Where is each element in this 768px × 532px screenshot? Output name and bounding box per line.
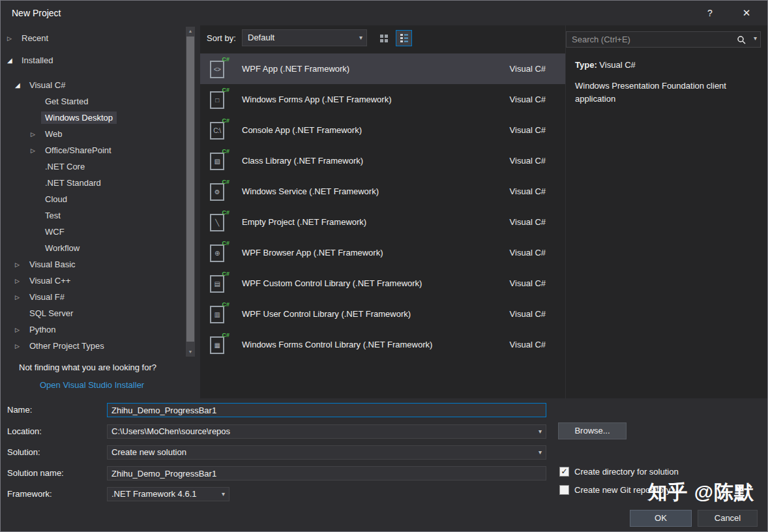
tree-arrow-icon[interactable]: ▷ (6, 35, 18, 42)
sidebar-item-visual-f-[interactable]: ▷ Visual F# (1, 289, 185, 305)
wpf-user-control-icon: ▥ C# (208, 303, 230, 325)
help-icon[interactable]: ? (700, 6, 720, 20)
tree-arrow-icon[interactable]: ▷ (14, 278, 25, 284)
tree-arrow-icon[interactable]: ▷ (14, 261, 25, 268)
checkbox-icon[interactable] (559, 467, 569, 477)
sidebar-scrollbar[interactable] (186, 27, 195, 357)
tree-arrow-icon[interactable]: ▷ (14, 343, 25, 349)
template-row[interactable]: ▤ C# WPF Custom Control Library (.NET Fr… (200, 268, 565, 299)
sidebar-item--net-standard[interactable]: .NET Standard (1, 175, 185, 191)
tree-item-label: Visual F# (25, 291, 68, 303)
tree-item-label: Office/SharePoint (41, 144, 115, 156)
sidebar-item-get-started[interactable]: Get Started (1, 93, 185, 110)
template-row[interactable]: ▥ C# WPF User Control Library (.NET Fram… (200, 299, 565, 329)
framework-label: Framework: (7, 487, 52, 501)
checkbox-icon[interactable] (559, 485, 569, 495)
sort-dropdown[interactable]: Default (242, 29, 367, 46)
template-row[interactable]: ⊕ C# WPF Browser App (.NET Framework) Vi… (200, 237, 565, 268)
type-label: Type: (575, 60, 597, 70)
template-language: Visual C# (510, 309, 546, 319)
search-options-chevron-icon[interactable] (754, 35, 757, 42)
template-name: Empty Project (.NET Framework) (242, 217, 510, 227)
tree-item-label: Recent (18, 32, 52, 44)
sidebar-item-wcf[interactable]: WCF (1, 224, 185, 240)
tree-arrow-icon[interactable]: ◢ (6, 57, 18, 64)
tree-arrow-icon[interactable]: ▷ (14, 294, 25, 301)
sidebar-item-python[interactable]: ▷ Python (1, 321, 185, 338)
template-row[interactable]: <> C# WPF App (.NET Framework) Visual C# (200, 53, 565, 84)
tree-arrow-icon[interactable]: ◢ (14, 81, 25, 89)
location-label: Location: (7, 424, 42, 439)
project-form: Name: Location: C:\Users\MoChen\source\r… (1, 398, 767, 531)
template-description: Windows Presentation Foundation client a… (575, 80, 754, 106)
tree-arrow-icon[interactable]: ▷ (14, 327, 25, 333)
sidebar-item-test[interactable]: Test (1, 207, 185, 224)
chevron-down-icon[interactable] (222, 488, 225, 501)
open-installer-link[interactable]: Open Visual Studio Installer (40, 380, 144, 390)
sidebar-item-windows-desktop[interactable]: Windows Desktop (1, 110, 185, 126)
solution-combo[interactable]: Create new solution (107, 445, 546, 460)
search-box (566, 31, 761, 48)
template-name: WPF Browser App (.NET Framework) (242, 248, 510, 258)
class-library-icon: ▧ C# (208, 150, 230, 172)
sidebar-item-recent[interactable]: ▷ Recent (1, 30, 185, 46)
template-row[interactable]: C:\ C# Console App (.NET Framework) Visu… (200, 115, 565, 145)
ok-button[interactable]: OK (630, 510, 692, 527)
grid-view-icon (379, 34, 389, 43)
csharp-badge: C# (222, 179, 229, 185)
tree-arrow-icon[interactable]: ▷ (29, 131, 41, 138)
scrollbar-thumb[interactable] (186, 37, 194, 342)
tree-arrow-icon[interactable]: ▷ (29, 147, 41, 154)
sidebar-item-office-sharepoint[interactable]: ▷ Office/SharePoint (1, 142, 185, 158)
solution-name-field[interactable] (107, 466, 546, 480)
chevron-down-icon[interactable] (539, 446, 542, 459)
details-panel: Type: Visual C# Windows Presentation Fou… (565, 25, 767, 398)
new-project-dialog: New Project ? ✕ ▷ Recent ◢ Installed ◢ V… (0, 0, 768, 532)
tree-item-label: Visual C# (25, 79, 69, 91)
sidebar-item-other-project-types[interactable]: ▷ Other Project Types (1, 338, 185, 354)
browse-button[interactable]: Browse... (558, 422, 627, 439)
template-row[interactable]: ⚙ C# Windows Service (.NET Framework) Vi… (200, 176, 565, 207)
close-icon[interactable]: ✕ (736, 6, 757, 20)
search-icon[interactable] (737, 35, 746, 44)
create-directory-checkbox[interactable]: Create directory for solution (559, 467, 679, 477)
tree-item-label: .NET Standard (41, 177, 105, 189)
console-app-icon: C:\ C# (208, 119, 230, 141)
list-view-button[interactable] (396, 30, 412, 46)
sidebar-item-visual-c-[interactable]: ▷ Visual C++ (1, 273, 185, 289)
template-row[interactable]: □ C# Windows Forms App (.NET Framework) … (200, 84, 565, 115)
template-row[interactable]: ╲ C# Empty Project (.NET Framework) Visu… (200, 207, 565, 237)
tree-item-label: Cloud (41, 193, 71, 205)
name-field[interactable] (107, 403, 546, 417)
csharp-badge: C# (222, 148, 229, 155)
wpf-custom-control-icon: ▤ C# (208, 273, 230, 295)
csharp-badge: C# (222, 87, 229, 93)
sidebar-item-cloud[interactable]: Cloud (1, 191, 185, 207)
template-row[interactable]: ▧ C# Class Library (.NET Framework) Visu… (200, 145, 565, 176)
cancel-button[interactable]: Cancel (698, 510, 758, 527)
tree-item-label: Installed (18, 54, 57, 66)
tree-item-label: Windows Desktop (41, 111, 117, 124)
sidebar-item--net-core[interactable]: .NET Core (1, 158, 185, 175)
chevron-down-icon[interactable] (539, 425, 542, 438)
type-value: Visual C# (599, 60, 635, 70)
template-language: Visual C# (510, 186, 546, 196)
framework-combo[interactable]: .NET Framework 4.6.1 (107, 487, 229, 501)
template-language: Visual C# (510, 217, 546, 227)
sidebar-item-workflow[interactable]: Workflow (1, 240, 185, 256)
wpf-app-icon: <> C# (208, 58, 230, 80)
sidebar-item-visual-basic[interactable]: ▷ Visual Basic (1, 256, 185, 273)
sidebar-item-visual-c-[interactable]: ◢ Visual C# (1, 77, 185, 93)
category-sidebar: ▷ Recent ◢ Installed ◢ Visual C# Get Sta… (1, 25, 200, 398)
scroll-down-icon[interactable] (186, 347, 195, 357)
sidebar-item-sql-server[interactable]: SQL Server (1, 305, 185, 321)
location-combo[interactable]: C:\Users\MoChen\source\repos (107, 424, 546, 439)
grid-view-button[interactable] (376, 30, 392, 46)
sidebar-item-web[interactable]: ▷ Web (1, 126, 185, 142)
template-name: WPF Custom Control Library (.NET Framewo… (242, 278, 510, 288)
template-row[interactable]: ▦ C# Windows Forms Control Library (.NET… (200, 329, 565, 360)
search-input[interactable] (567, 32, 760, 47)
name-label: Name: (7, 403, 32, 417)
scroll-up-icon[interactable] (186, 27, 195, 36)
sidebar-item-installed[interactable]: ◢ Installed (1, 52, 185, 68)
